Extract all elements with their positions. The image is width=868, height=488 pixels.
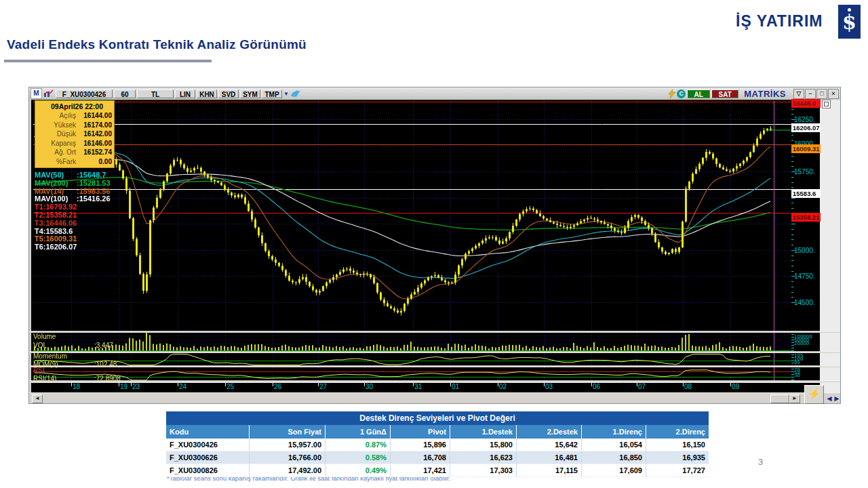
scroll-right-button[interactable]: ► [789,394,800,403]
refresh-icon[interactable]: C [677,89,686,98]
toolbar-button-sym[interactable]: SYM [240,89,260,98]
price-tag-15358.21: 15358.21 [791,213,821,222]
toolbar-buttons: LINKHNSVDSYMTMP [175,89,282,98]
ohlc-row-0: Açılış16144.00 [37,111,112,121]
ohlc-value: 16144.00 [76,112,112,119]
pivot-header-4: 1.Destek [450,425,516,439]
date-label-09: 09 [732,383,739,390]
pivot-header-6: 1.Direnç [581,425,646,439]
toolbar-button-lin[interactable]: LIN [175,89,195,98]
symbol-field[interactable]: F_XU0300426 [56,89,113,98]
ohlc-label: Yüksek [37,121,76,129]
page-title: Vadeli Endeks Kontratı Teknik Analiz Gör… [7,37,307,52]
window-close-icon[interactable]: × [828,89,839,99]
pivot-cell: 15,957.00 [249,439,325,451]
ohlc-info-box: 09April26 22:00 Açılış16144.00Yüksek1617… [35,100,115,168]
table-row: F_XU030062616,766.000.58%16,70816,62316,… [166,451,709,464]
date-label-03: 03 [545,383,553,390]
table-row: F_XU030042615,957.000.87%15,89615,80015,… [166,439,709,451]
date-label-01: 01 [452,383,459,390]
price-tick-14750.: 14750. [794,272,821,280]
pivot-cell: F_XU0300626 [166,451,249,464]
overlay-label-5: T2:15358.21 [35,211,77,219]
momentum-panel-title: Momentum [33,352,67,360]
ohlc-row-2: Düşük16142.00 [37,129,112,139]
pivot-cell: 0.49% [325,464,390,476]
price-tag-16206.07: 16206.07 [791,123,821,132]
overlay-label-9: T6:16206.07 [35,243,77,251]
ohlc-value: 16146.00 [76,140,112,147]
buy-button[interactable]: AL [687,89,710,98]
window-maximize-icon[interactable]: □ [816,89,827,99]
ohlc-rows: Açılış16144.00Yüksek16174.00Düşük16142.0… [37,111,112,166]
pivot-cell: 17,303 [450,464,516,476]
overlay-label-3: MAV(100):15416.26 [35,195,111,203]
ohlc-value: 16174.00 [76,121,112,129]
pivot-cell: 0.58% [325,451,390,464]
price-tag-16009.31: 16009.31 [791,144,821,153]
pivot-cell: 16,054 [581,439,646,451]
ohlc-label: Açılış [37,112,76,119]
date-label-06: 06 [593,383,600,390]
ohlc-value: 16152.74 [76,148,112,156]
ohlc-label: %Fark [37,158,76,165]
pivot-cell: 17,492.00 [249,464,325,476]
momentum-value: MOM(9):102.48 [33,361,117,368]
price-tag-15583.6: 15583.6 [791,189,821,198]
terminal-window: M F_XU0300426 60 TL LINKHNSVDSYMTMP ▼ C … [28,87,841,404]
interval-field[interactable]: 60 [114,89,136,98]
nav-forward-icon[interactable]: ► [833,394,841,403]
overlay-label-2: MAV(14):15983.56 [35,187,111,195]
lightning-icon[interactable] [669,89,675,98]
pivot-cell: F_XU0300426 [166,439,249,451]
pivot-cell: 0.87% [325,439,390,451]
terminal-toolbar: M F_XU0300426 60 TL LINKHNSVDSYMTMP ▼ C … [29,87,840,100]
pivot-cell: 17,115 [516,464,581,476]
bolt-icon: ⚡ [808,388,821,399]
title-underline [4,60,212,62]
toolbar-button-tmp[interactable]: TMP [262,89,282,98]
window-shade-icon[interactable]: ▽ [793,89,804,99]
volume-value: VOL:3,447 [33,342,113,349]
pivot-header-3: Pivot [390,425,450,439]
ohlc-label: Ağ. Ort [37,148,76,156]
pivot-header-5: 2.Destek [516,425,581,439]
matriks-m-icon[interactable]: M [31,88,42,99]
matriks-brand: MATRİKS [744,89,786,99]
price-tick-15750.: 15750. [794,168,821,176]
matriks-logo-button[interactable]: ⚡ [804,385,824,404]
overlay-label-7: T4:15583.6 [35,227,73,235]
pivot-header-2: 1 GünΔ [325,425,390,439]
chevron-down-icon[interactable]: ▼ [283,91,289,97]
toolbar-button-svd[interactable]: SVD [218,89,239,98]
scroll-left-button[interactable]: ◄ [32,394,43,403]
toolbar-button-khn[interactable]: KHN [197,89,217,98]
sell-button[interactable]: SAT [711,89,738,98]
twitter-icon[interactable] [290,89,300,98]
price-tag-16446.0: 16446.0 [791,99,821,108]
date-label-30: 30 [366,383,373,390]
chart-scrollbar: ◄ ► ⚡ ◄ ► [29,392,840,403]
pivot-header-0: Kodu [166,425,249,439]
axis-restore-button[interactable] [822,100,831,108]
date-label-19: 19 [120,383,127,390]
chart-type-icon[interactable] [43,89,54,98]
rsi-value: RSI(14):72.8908 [33,375,121,382]
pivot-cell: 17,421 [390,464,450,476]
date-label-25: 25 [226,383,234,390]
scroll-thumb[interactable] [770,394,789,403]
pivot-table-title: Destek Direnç Seviyeleri ve Pivot Değeri [166,411,709,425]
ohlc-row-4: Ağ. Ort16152.74 [37,148,112,157]
ohlc-row-5: %Fark0.00 [37,157,112,167]
pivot-table-header: KoduSon Fiyat1 GünΔPivot1.Destek2.Destek… [166,425,709,439]
pivot-header-7: 2.Direnç [646,425,709,439]
pivot-cell: 16,481 [516,451,581,464]
slide: Vadeli Endeks Kontratı Teknik Analiz Gör… [0,0,868,488]
window-controls: ▽−□× [793,89,839,99]
window-minimize-icon[interactable]: − [805,89,816,99]
currency-field[interactable]: TL [137,89,174,98]
pivot-cell: 15,800 [450,439,516,451]
pivot-table-body: F_XU030042615,957.000.87%15,89615,80015,… [166,439,709,477]
date-label-07: 07 [638,383,646,390]
isbank-emblem-icon: $ [838,5,861,39]
